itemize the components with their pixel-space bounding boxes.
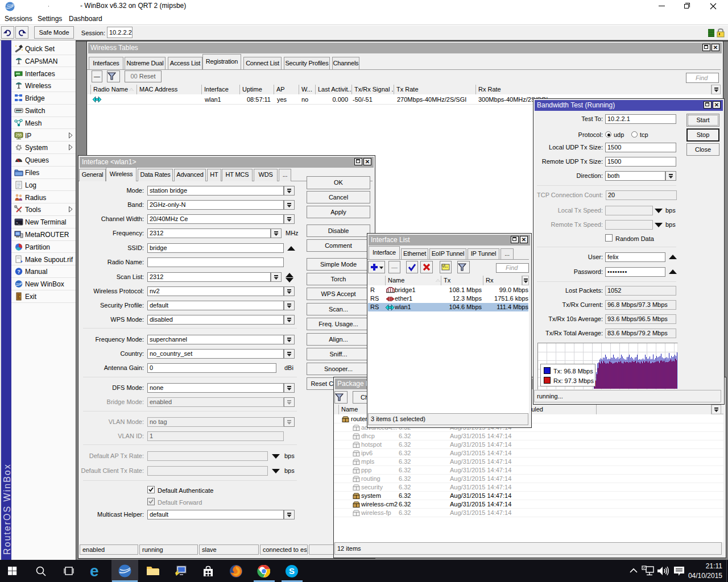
svg-text:?: ? xyxy=(17,269,20,275)
svg-text:S: S xyxy=(289,566,295,576)
svg-text:>_: >_ xyxy=(16,221,20,225)
svg-text:255: 255 xyxy=(16,133,22,137)
